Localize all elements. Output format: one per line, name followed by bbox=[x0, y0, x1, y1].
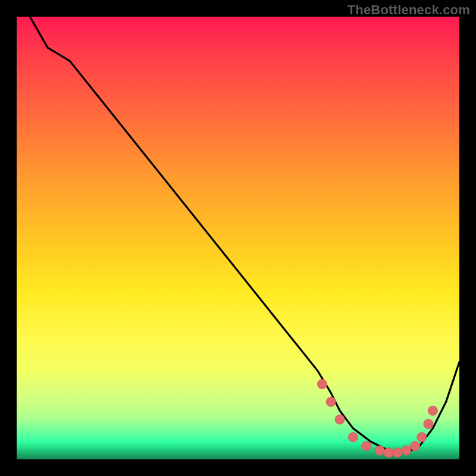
curve-marker bbox=[417, 433, 427, 442]
plot-area bbox=[17, 17, 459, 459]
curve-marker bbox=[428, 406, 437, 415]
curve-marker bbox=[375, 446, 384, 455]
chart-frame: TheBottleneck.com bbox=[0, 0, 476, 476]
curve-group bbox=[30, 17, 459, 453]
curve-marker bbox=[384, 448, 393, 458]
curve-marker bbox=[326, 397, 336, 406]
curve-marker bbox=[393, 448, 402, 458]
curve-marker bbox=[348, 433, 358, 442]
curve-markers bbox=[317, 380, 437, 458]
curve-marker bbox=[402, 446, 411, 455]
watermark-text: TheBottleneck.com bbox=[347, 2, 470, 18]
curve-marker bbox=[362, 441, 371, 451]
bottleneck-curve bbox=[30, 17, 459, 453]
curve-marker bbox=[411, 441, 420, 451]
chart-svg bbox=[17, 17, 459, 459]
curve-marker bbox=[424, 419, 433, 429]
curve-marker bbox=[317, 380, 327, 389]
curve-marker bbox=[335, 415, 345, 424]
